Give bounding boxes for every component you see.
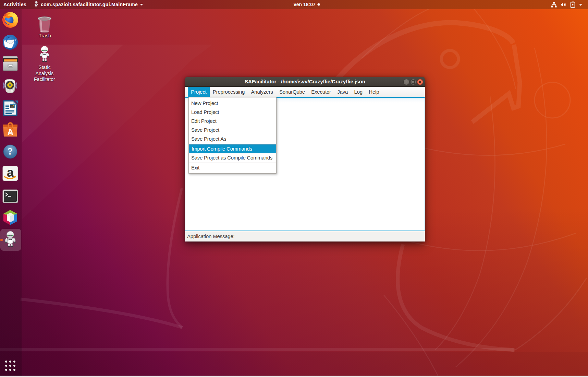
svg-text:?: ? — [8, 145, 13, 157]
svg-text:a: a — [7, 165, 14, 179]
